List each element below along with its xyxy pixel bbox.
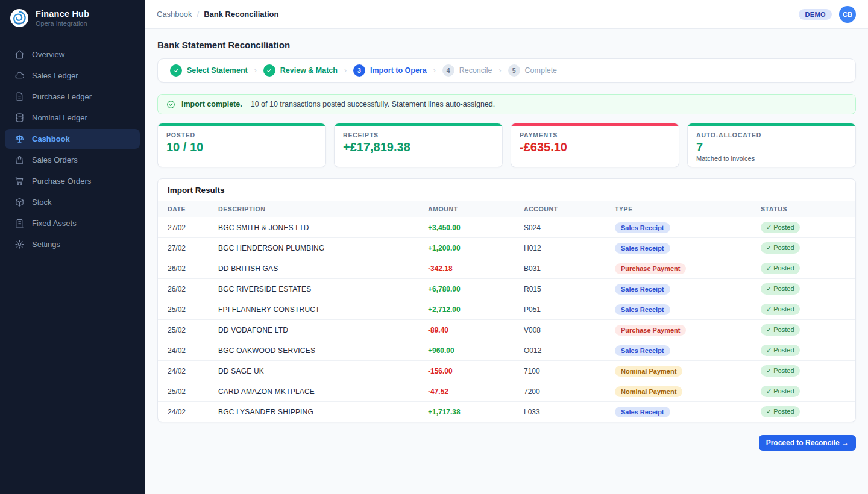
app-root: Finance Hub Opera Integration OverviewSa…	[0, 0, 868, 494]
table-row: 26/02DD BRITISH GAS-342.18B031Purchase P…	[158, 258, 855, 279]
column-header-status: STATUS	[761, 201, 855, 217]
table-head: DATEDESCRIPTIONAMOUNTACCOUNTTYPESTATUS	[158, 201, 855, 217]
topbar-right: DEMO CB	[799, 6, 856, 23]
stat-value: 10 / 10	[166, 140, 317, 154]
stat-value: -£635.10	[520, 140, 670, 154]
cell-account: V008	[524, 320, 615, 340]
cloud-icon	[14, 70, 25, 81]
proceed-to-reconcile-button[interactable]: Proceed to Reconcile →	[759, 435, 856, 451]
step-import-to-opera[interactable]: 3Import to Opera	[353, 64, 427, 77]
step-select-statement[interactable]: Select Statement	[170, 64, 248, 77]
stat-card-receipts: RECEIPTS+£17,819.38	[334, 123, 503, 167]
breadcrumb-parent[interactable]: Cashbook	[157, 10, 192, 19]
cell-description: BGC RIVERSIDE ESTATES	[218, 279, 428, 299]
table-row: 27/02BGC HENDERSON PLUMBING+1,200.00H012…	[158, 238, 855, 258]
cell-description: CARD AMAZON MKTPLACE	[218, 381, 428, 402]
sidebar-item-label: Purchase Orders	[32, 177, 91, 186]
bag-icon	[14, 155, 25, 165]
status-badge: ✓ Posted	[761, 242, 800, 254]
sidebar-item-nominal-ledger[interactable]: Nominal Ledger	[5, 108, 140, 128]
status-badge: ✓ Posted	[761, 222, 800, 233]
cell-date: 27/02	[158, 238, 218, 258]
type-badge: Nominal Payment	[615, 366, 682, 377]
cell-description: BGC HENDERSON PLUMBING	[218, 238, 428, 258]
cell-amount: -89.40	[428, 320, 524, 340]
status-badge: ✓ Posted	[761, 304, 800, 315]
cell-amount: +1,200.00	[428, 238, 524, 258]
brand-logo-icon	[10, 8, 29, 28]
step-number: 4	[442, 64, 454, 77]
sidebar-item-overview[interactable]: Overview	[5, 45, 140, 64]
table-row: 24/02DD SAGE UK-156.007100Nominal Paymen…	[158, 361, 855, 381]
sidebar-item-sales-orders[interactable]: Sales Orders	[5, 150, 140, 170]
step-complete[interactable]: 5Complete	[508, 64, 558, 77]
cell-description: DD SAGE UK	[218, 361, 428, 381]
banner-message: 10 of 10 transactions posted successfull…	[251, 100, 495, 108]
stat-label: POSTED	[166, 131, 317, 139]
stepper: Select Statement›Review & Match›3Import …	[157, 58, 856, 83]
sidebar-item-fixed-assets[interactable]: Fixed Assets	[5, 213, 140, 233]
status-badge: ✓ Posted	[761, 324, 800, 336]
step-separator: ›	[254, 66, 257, 75]
cell-status: ✓ Posted	[761, 238, 855, 258]
sidebar: Finance Hub Opera Integration OverviewSa…	[0, 0, 145, 494]
sidebar-item-sales-ledger[interactable]: Sales Ledger	[5, 66, 140, 86]
cell-date: 24/02	[158, 340, 218, 361]
building-icon	[14, 218, 25, 228]
step-review-match[interactable]: Review & Match	[263, 64, 338, 77]
sidebar-item-label: Sales Orders	[32, 155, 78, 164]
brand-title: Finance Hub	[36, 9, 89, 19]
stat-label: AUTO-ALLOCATED	[696, 131, 847, 139]
cell-account: B031	[524, 258, 615, 279]
footer-actions: Proceed to Reconcile →	[157, 435, 856, 451]
step-reconcile[interactable]: 4Reconcile	[442, 64, 492, 77]
status-badge: ✓ Posted	[761, 263, 800, 274]
sidebar-item-purchase-orders[interactable]: Purchase Orders	[5, 171, 140, 191]
cell-account: O012	[524, 340, 615, 361]
sidebar-item-label: Fixed Assets	[32, 219, 77, 228]
cell-status: ✓ Posted	[761, 320, 855, 340]
status-badge: ✓ Posted	[761, 365, 800, 377]
breadcrumb-current: Bank Reconciliation	[204, 10, 278, 19]
cell-date: 25/02	[158, 299, 218, 320]
sidebar-item-cashbook[interactable]: Cashbook	[5, 129, 140, 149]
cell-amount: +960.00	[428, 340, 524, 361]
page-content: Bank Statement Reconciliation Select Sta…	[145, 29, 868, 451]
sidebar-item-purchase-ledger[interactable]: Purchase Ledger	[5, 87, 140, 107]
success-banner: Import complete. 10 of 10 transactions p…	[157, 94, 856, 114]
sidebar-item-label: Nominal Ledger	[32, 113, 87, 122]
home-icon	[14, 49, 25, 60]
sidebar-item-stock[interactable]: Stock	[5, 192, 140, 212]
sidebar-item-settings[interactable]: Settings	[5, 234, 140, 254]
cell-description: BGC SMITH & JONES LTD	[218, 217, 428, 238]
cell-status: ✓ Posted	[761, 217, 855, 238]
cell-type: Sales Receipt	[615, 238, 761, 258]
cell-date: 24/02	[158, 361, 218, 381]
status-badge: ✓ Posted	[761, 283, 800, 295]
cell-date: 27/02	[158, 217, 218, 238]
database-icon	[14, 113, 25, 123]
avatar[interactable]: CB	[839, 6, 856, 23]
table-row: 25/02DD VODAFONE LTD-89.40V008Purchase P…	[158, 320, 855, 340]
cell-type: Sales Receipt	[615, 217, 761, 238]
cell-date: 25/02	[158, 381, 218, 402]
table-body: 27/02BGC SMITH & JONES LTD+3,450.00S024S…	[158, 217, 855, 422]
cell-amount: +2,712.00	[428, 299, 524, 320]
cube-icon	[14, 197, 25, 207]
table-row: 26/02BGC RIVERSIDE ESTATES+6,780.00R015S…	[158, 279, 855, 299]
cell-amount: -342.18	[428, 258, 524, 279]
step-separator: ›	[499, 66, 502, 75]
cell-account: S024	[524, 217, 615, 238]
sidebar-item-label: Sales Ledger	[32, 71, 78, 80]
cell-status: ✓ Posted	[761, 279, 855, 299]
step-number: 5	[508, 64, 520, 77]
type-badge: Nominal Payment	[615, 386, 682, 397]
cell-account: P051	[524, 299, 615, 320]
type-badge: Sales Receipt	[615, 304, 670, 315]
table-row: 25/02FPI FLANNERY CONSTRUCT+2,712.00P051…	[158, 299, 855, 320]
type-badge: Sales Receipt	[615, 407, 670, 417]
cell-account: L033	[524, 402, 615, 422]
step-check-icon	[170, 64, 182, 77]
table-row: 24/02BGC OAKWOOD SERVICES+960.00O012Sale…	[158, 340, 855, 361]
cell-type: Nominal Payment	[615, 361, 761, 381]
